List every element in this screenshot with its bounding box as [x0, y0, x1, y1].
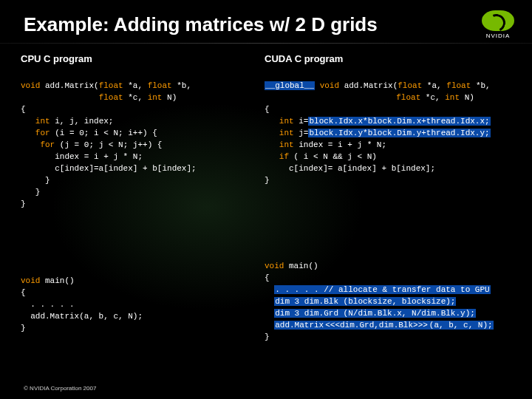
code-indent — [265, 297, 274, 306]
code-indent — [265, 321, 274, 330]
highlight-blockidx-x: block.Idx.x*block.Dim.x+thread.Idx.x; — [308, 117, 490, 126]
keyword-if: if — [279, 152, 289, 161]
highlight-args: (a, b, c, N); — [429, 321, 494, 330]
highlight-allocate: . . . . . // allocate & transfer data to… — [274, 285, 490, 294]
code-text: i, j, index; — [50, 117, 114, 126]
keyword-for: for — [40, 140, 55, 149]
code-text: (i = 0; i < N; i++) { — [50, 129, 157, 137]
keyword-int: int — [279, 129, 294, 137]
right-column-header: CUDA C program — [265, 53, 343, 64]
code-text: *c, — [123, 93, 148, 102]
keyword-void: void — [320, 81, 339, 90]
keyword-float: float — [398, 81, 422, 90]
highlight-blockidx-y: block.Idx.y*block.Dim.y+thread.Idx.y; — [308, 129, 490, 137]
code-indent — [21, 140, 40, 149]
code-indent — [265, 93, 396, 102]
code-text: add.Matrix( — [40, 81, 98, 90]
code-indent — [21, 93, 99, 102]
code-text: *b, — [172, 81, 191, 90]
code-text: N) — [162, 93, 177, 102]
code-brace: { — [265, 273, 270, 282]
brand-text: NVIDIA — [486, 33, 511, 39]
keyword-float: float — [99, 93, 123, 102]
code-indent — [265, 285, 274, 294]
keyword-for: for — [35, 129, 50, 137]
code-text: . . . . . — [21, 300, 75, 309]
code-indent — [21, 117, 35, 126]
code-brace: } — [265, 176, 270, 185]
code-brace: } — [21, 324, 26, 332]
cpu-code-main: void main() { . . . . . add.Matrix(a, b,… — [21, 275, 257, 334]
code-indent — [265, 309, 274, 318]
nvidia-logo: NVIDIA — [477, 10, 519, 44]
keyword-void: void — [21, 276, 40, 285]
code-brace: } — [21, 188, 40, 197]
keyword-float: float — [99, 81, 123, 90]
code-text: add.Matrix( — [339, 81, 398, 90]
highlight-dimblk: dim 3 dim.Blk (blocksize, blocksize); — [274, 297, 456, 306]
keyword-int: int — [279, 117, 294, 126]
keyword-int: int — [35, 117, 50, 126]
highlight-kernel-launch: <<<dim.Grd,dim.Blk>>> — [324, 321, 429, 330]
keyword-void: void — [21, 81, 40, 90]
highlight-dimgrd: dim 3 dim.Grd (N/dim.Blk.x, N/dim.Blk.y)… — [274, 309, 476, 318]
code-text: ( i < N && j < N) — [289, 152, 377, 161]
highlight-global: __global__ — [265, 81, 315, 90]
cuda-code-main: void main() { . . . . . // allocate & tr… — [265, 260, 523, 343]
nvidia-eye-icon — [482, 10, 514, 31]
code-text: main() — [40, 276, 74, 285]
cpu-code-function: void add.Matrix(float *a, float *b, floa… — [21, 80, 257, 210]
cuda-code-function: __global__ void add.Matrix(float *a, flo… — [265, 80, 523, 186]
code-brace: } — [21, 176, 50, 185]
page-title: Example: Adding matrices w/ 2 D grids — [24, 13, 378, 36]
code-text: c[index]= a[index] + b[index]; — [265, 164, 435, 173]
keyword-int: int — [445, 93, 460, 102]
code-indent — [265, 140, 279, 149]
code-brace: { — [21, 105, 26, 114]
keyword-float: float — [148, 81, 172, 90]
code-text: N) — [460, 93, 474, 102]
code-text: *a, — [123, 81, 148, 90]
keyword-float: float — [446, 81, 471, 90]
code-brace: { — [265, 105, 270, 114]
code-brace: } — [21, 200, 26, 208]
code-indent — [21, 129, 35, 137]
code-text: *b, — [471, 81, 490, 90]
keyword-int: int — [279, 140, 294, 149]
code-text: *a, — [422, 81, 446, 90]
code-brace: } — [265, 332, 270, 341]
code-brace: { — [21, 288, 26, 297]
code-text: index = i + j * N; — [294, 140, 386, 149]
keyword-int: int — [148, 93, 163, 102]
keyword-float: float — [396, 93, 420, 102]
code-indent — [265, 129, 279, 137]
code-text: i= — [294, 117, 309, 126]
code-indent — [265, 117, 279, 126]
keyword-void: void — [265, 262, 284, 270]
copyright-text: © NVIDIA Corporation 2007 — [24, 385, 96, 392]
code-text: main() — [284, 262, 318, 270]
code-text: index = i + j * N; — [21, 152, 143, 161]
highlight-addmatrix: add.Matrix — [274, 321, 324, 330]
code-text — [315, 81, 320, 90]
code-text: c[index]=a[index] + b[index]; — [21, 164, 197, 173]
left-column-header: CPU C program — [21, 53, 92, 64]
code-text: j= — [294, 129, 309, 137]
code-text: *c, — [420, 93, 445, 102]
code-text: (j = 0; j < N; j++) { — [55, 140, 162, 149]
header-divider — [0, 43, 532, 44]
code-text: add.Matrix(a, b, c, N); — [21, 312, 143, 321]
code-indent — [265, 152, 279, 161]
